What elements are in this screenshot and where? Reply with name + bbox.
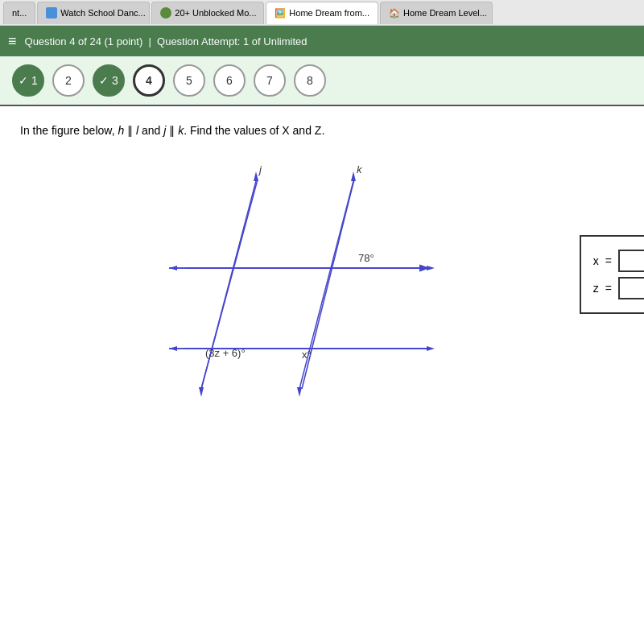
question-number-list: ✓ 1 2 ✓ 3 4 5 6 7 8 — [12, 64, 632, 97]
answer-row-x: x = — [593, 250, 644, 272]
tab-5-icon: 🏠 — [389, 8, 400, 19]
svg-marker-16 — [351, 171, 356, 181]
tab-2-icon — [46, 7, 57, 19]
tab-2-label: Watch School Danc... — [60, 8, 145, 18]
q-btn-6[interactable]: 6 — [213, 64, 246, 97]
label-xdeg: x° — [302, 349, 312, 361]
tab-4-label: Home Dream from... — [289, 8, 369, 18]
question-text: In the figure below, h ∥ l and j ∥ k. Fi… — [20, 122, 624, 139]
label-78deg: 78° — [358, 252, 374, 264]
geometry-figure: j k 78° (3z + 6)° x° — [121, 155, 523, 429]
tab-3-label: 20+ Unblocked Mo... — [175, 8, 256, 18]
q-btn-2[interactable]: 2 — [52, 64, 85, 97]
answer-row-z: z = — [593, 277, 644, 299]
svg-marker-17 — [297, 387, 302, 397]
svg-marker-14 — [199, 387, 204, 397]
tab-5[interactable]: 🏠 Home Dream Level... — [380, 2, 493, 24]
svg-marker-8 — [169, 266, 177, 270]
eq-z: = — [605, 282, 612, 295]
z-input[interactable] — [618, 277, 644, 299]
q-btn-7[interactable]: 7 — [254, 64, 286, 97]
x-input[interactable] — [618, 250, 644, 272]
tab-4[interactable]: 🖼️ Home Dream from... — [266, 2, 378, 24]
label-3z6: (3z + 6)° — [205, 347, 246, 359]
tab-5-label: Home Dream Level... — [403, 8, 487, 18]
svg-marker-13 — [254, 171, 258, 181]
question-nav: ✓ 1 2 ✓ 3 4 5 6 7 8 — [0, 56, 644, 106]
answer-box: x = z = — [580, 235, 644, 314]
top-bar: ≡ Question 4 of 24 (1 point) | Question … — [0, 26, 644, 56]
tab-4-icon: 🖼️ — [275, 8, 286, 19]
tab-1-label: nt... — [12, 8, 27, 18]
tab-2[interactable]: Watch School Danc... — [37, 2, 150, 24]
svg-marker-11 — [169, 346, 177, 351]
q-btn-4[interactable]: 4 — [133, 64, 165, 97]
label-j: j — [258, 163, 262, 175]
browser-tabs-bar: nt... Watch School Danc... 20+ Unblocked… — [0, 0, 644, 26]
geometry-svg: j k 78° (3z + 6)° x° — [121, 155, 507, 429]
svg-marker-7 — [427, 266, 435, 270]
svg-marker-10 — [427, 346, 435, 351]
question-info: Question 4 of 24 (1 point) | Question At… — [25, 35, 308, 47]
q-btn-5[interactable]: 5 — [173, 64, 205, 97]
var-x-label: x — [593, 254, 599, 267]
main-content: In the figure below, h ∥ l and j ∥ k. Fi… — [0, 106, 644, 445]
hamburger-icon[interactable]: ≡ — [8, 33, 17, 50]
tab-3-icon — [160, 7, 171, 19]
q-btn-8[interactable]: 8 — [294, 64, 326, 97]
eq-x: = — [605, 254, 612, 267]
q-btn-3[interactable]: ✓ 3 — [93, 64, 125, 97]
tab-3[interactable]: 20+ Unblocked Mo... — [151, 2, 264, 24]
var-z-label: z — [593, 282, 599, 295]
tab-1[interactable]: nt... — [3, 2, 35, 24]
label-k: k — [357, 163, 363, 175]
q-btn-1[interactable]: ✓ 1 — [12, 64, 44, 97]
